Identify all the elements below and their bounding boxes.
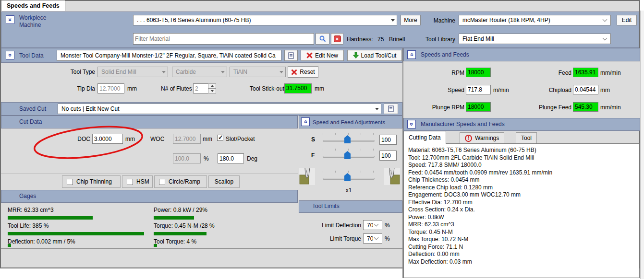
reset-tool-button[interactable]: Reset (288, 66, 318, 78)
tab-speeds-and-feeds[interactable]: Speeds and Feeds (1, 0, 65, 11)
tab-cutting-data[interactable]: Cutting Data (403, 131, 446, 144)
load-tool-cut-button[interactable]: Load Tool/Cut (347, 50, 402, 61)
tool-limits-title: Tool Limits (312, 203, 340, 209)
tool-type-value: Solid End Mill (101, 69, 160, 75)
flutes-stepper[interactable] (208, 83, 216, 93)
limit-torque-select[interactable]: 70 (363, 233, 382, 244)
circle-ramp-option[interactable]: Circle/Ramp (154, 175, 207, 188)
edit-new-tool-button[interactable]: Edit New (301, 50, 344, 61)
surface-speed-unit: m/min (493, 87, 509, 93)
stepper-down-button[interactable] (208, 89, 216, 94)
down-arrow-icon (211, 90, 214, 92)
rpm-value[interactable]: 18000 (466, 68, 491, 77)
woc-label: WOC (150, 136, 164, 142)
tool-type-select[interactable]: Solid End Mill (97, 67, 168, 77)
tab-tool[interactable]: Tool (516, 132, 537, 144)
circle-ramp-checkbox[interactable] (159, 179, 165, 185)
tip-dia-input[interactable] (97, 83, 124, 93)
red-x-icon (291, 69, 297, 75)
chevron-double-up-icon: » (409, 53, 414, 57)
manufacturer-title: Manufacturer Speeds and Feeds (421, 121, 505, 128)
limit-deflection-label: Limit Deflection (303, 222, 361, 229)
tool-coating-value: TiAlN (233, 69, 278, 75)
scallop-button[interactable]: Scallop (208, 175, 240, 188)
tool-coating-select[interactable]: TiAlN (230, 67, 286, 77)
search-material-button[interactable] (316, 33, 329, 45)
saved-cut-notes-button[interactable] (384, 104, 398, 114)
plunge-rpm-value[interactable]: 18000 (466, 102, 491, 112)
chipload-input[interactable] (573, 85, 598, 94)
tool-limits-body (299, 213, 402, 248)
speeds-feeds-collapse-button[interactable]: » (407, 50, 416, 59)
engagement-angle-input[interactable] (218, 153, 244, 163)
doc-input[interactable] (92, 134, 123, 144)
feed-slider-label: F (311, 152, 315, 159)
report-line: Cross Section: 0.24 x Dia. (408, 206, 635, 214)
slider-ticks (323, 133, 374, 135)
speed-adjust-input[interactable] (379, 135, 397, 145)
chip-thinning-option[interactable]: Chip Thinning (62, 175, 121, 188)
dropdown-arrow-icon (375, 108, 379, 110)
clear-filter-button[interactable] (331, 33, 343, 45)
gage-mrr-bar (8, 216, 147, 220)
plunge-feed-value[interactable]: 545.30 (573, 102, 598, 112)
machine-label: Machine (413, 17, 455, 24)
flutes-label: N# of Flutes (161, 85, 192, 92)
feed-value[interactable]: 1635.91 (573, 68, 598, 77)
slot-pocket-label: Slot/Pocket (226, 136, 255, 142)
speeds-feeds-title: Speeds and Feeds (421, 51, 469, 58)
machine-select[interactable]: mcMaster Router (18k RPM, 4HP) (459, 15, 611, 25)
feed-label: Feed (528, 70, 571, 76)
tool-material-value: Carbide (176, 69, 219, 75)
limit-deflection-select[interactable]: 70 (363, 220, 382, 230)
woc-percent-input[interactable] (173, 153, 201, 163)
vertical-scrollbar[interactable] (640, 11, 644, 279)
adjustments-title: Speed and Feed Adjustments (313, 119, 385, 125)
filter-material-input[interactable] (133, 33, 314, 45)
dropdown-arrow-icon (162, 71, 166, 73)
workpiece-collapse-button[interactable]: » (6, 15, 14, 24)
scallop-label: Scallop (215, 178, 233, 185)
report-line: Feed: 0.0454 mm/tooth 0.0909 mm/rev 1635… (408, 169, 635, 177)
flutes-input[interactable] (193, 83, 208, 93)
up-arrow-icon (211, 85, 214, 87)
report-line: Power: 0.8kW (408, 214, 635, 221)
dropdown-arrow-icon (279, 71, 283, 73)
cutting-data-report[interactable]: Material: 6063-T5,T6 Series Aluminum (60… (403, 143, 640, 278)
chip-thinning-checkbox[interactable] (67, 179, 73, 185)
endmill-light-cut-icon (299, 168, 315, 185)
gage-tool-life-label: Tool Life: 385 % (8, 222, 49, 229)
tab-warnings[interactable]: Warnings (460, 132, 504, 144)
doc-label: DOC (58, 136, 90, 142)
surface-speed-input[interactable] (466, 85, 491, 94)
workpiece-title-line2: Machine (19, 22, 41, 28)
stepper-up-button[interactable] (208, 83, 216, 89)
stickout-value[interactable]: 31.7500 (284, 83, 312, 93)
saved-cut-select[interactable]: No cuts | Edit New Cut (58, 104, 381, 114)
tool-data-collapse-button[interactable]: » (6, 51, 14, 59)
edit-machine-button[interactable]: Edit (617, 15, 637, 25)
manufacturer-collapse-button[interactable]: » (407, 120, 416, 128)
adjustments-collapse-button[interactable]: » (301, 117, 310, 126)
material-select[interactable]: . . . 6063-T5,T6 Series Aluminum (60-75 … (133, 15, 397, 25)
tool-select-value: Monster Tool Company-Mill Monster-1/2" 2… (61, 52, 279, 59)
slider-ticks (323, 171, 374, 173)
limit-deflection-unit: % (385, 222, 390, 229)
doc-unit: mm (125, 136, 135, 142)
chevron-double-down-icon: » (7, 54, 13, 57)
tool-material-select[interactable]: Carbide (172, 67, 227, 77)
slot-pocket-checkbox[interactable] (217, 135, 223, 141)
tool-tab-label: Tool (521, 135, 532, 141)
hsm-option[interactable]: HSM (122, 175, 153, 188)
divider (298, 116, 298, 248)
report-line: Material: 6063-T5,T6 Series Aluminum (60… (408, 147, 635, 154)
tool-notes-button[interactable] (284, 50, 298, 61)
cutting-data-tab-label: Cutting Data (409, 134, 441, 141)
chipload-unit: mm (600, 87, 610, 93)
woc-input[interactable] (173, 134, 201, 144)
tool-select[interactable]: Monster Tool Company-Mill Monster-1/2" 2… (57, 50, 281, 61)
feed-adjust-input[interactable] (379, 151, 397, 161)
gages-header (1, 190, 298, 203)
hsm-checkbox[interactable] (127, 179, 133, 185)
tool-library-select[interactable]: Flat End Mill (459, 34, 611, 44)
